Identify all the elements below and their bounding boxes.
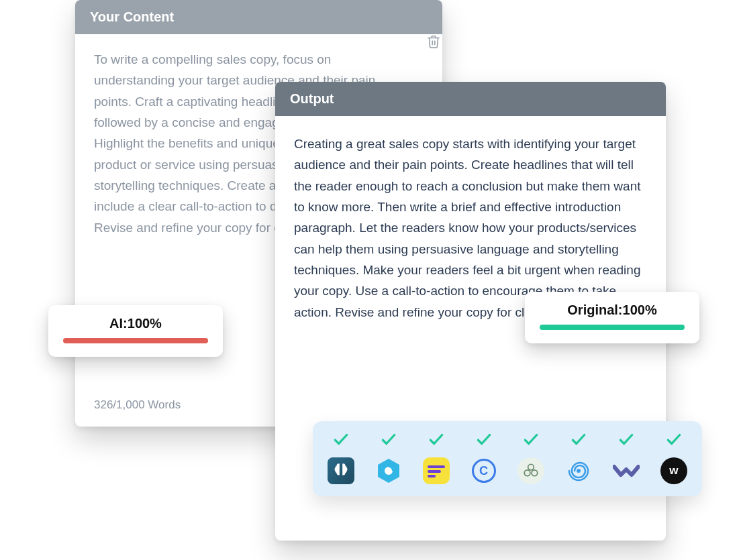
detector-item: [613, 431, 640, 484]
svg-point-7: [532, 470, 538, 476]
svg-point-5: [528, 464, 534, 470]
knot-icon: [517, 457, 544, 484]
w-icon: w: [660, 457, 687, 484]
check-icon: [522, 431, 540, 451]
detectors-strip: C w: [313, 421, 702, 496]
detector-item: [423, 431, 450, 484]
detector-item: [328, 431, 354, 484]
check-icon: [618, 431, 635, 451]
output-card-title: Output: [275, 82, 666, 116]
svg-rect-4: [428, 475, 436, 478]
detector-item: w: [660, 431, 687, 484]
ai-score-bar: [63, 338, 208, 343]
spiral-icon: [565, 457, 592, 484]
svg-rect-2: [428, 465, 445, 468]
check-icon: [570, 431, 587, 451]
bars-icon: [423, 457, 450, 484]
check-icon: [380, 431, 397, 451]
input-card-title: Your Content: [75, 0, 442, 34]
check-icon: [475, 431, 493, 451]
check-icon: [332, 431, 350, 451]
svg-point-8: [577, 469, 581, 473]
original-score-bar: [540, 325, 685, 330]
detector-item: [565, 431, 592, 484]
brain-icon: [328, 457, 354, 484]
original-score-label: Original:100%: [540, 302, 685, 318]
hex-icon: [375, 457, 402, 484]
svg-rect-3: [428, 470, 441, 473]
c-ring-icon: C: [471, 457, 497, 484]
check-icon: [428, 431, 445, 451]
check-icon: [665, 431, 683, 451]
trash-icon[interactable]: [426, 34, 441, 55]
svg-point-6: [525, 470, 531, 476]
ai-score-badge: AI:100%: [48, 305, 223, 357]
detector-item: C: [471, 431, 497, 484]
detector-item: [517, 431, 544, 484]
word-count: 326/1,000 Words: [94, 398, 181, 412]
vv-icon: [613, 457, 640, 484]
detector-item: [375, 431, 402, 484]
ai-score-label: AI:100%: [63, 316, 208, 331]
original-score-badge: Original:100%: [525, 292, 699, 343]
